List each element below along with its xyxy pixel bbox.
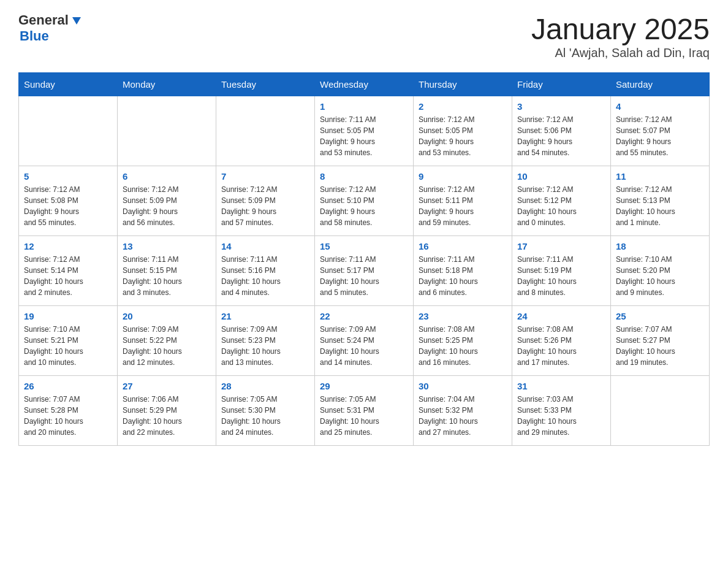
day-number: 13 (123, 241, 211, 251)
calendar-header-friday: Friday (512, 73, 611, 96)
calendar-header-saturday: Saturday (611, 73, 710, 96)
calendar-cell: 18Sunrise: 7:10 AM Sunset: 5:20 PM Dayli… (611, 236, 710, 306)
day-info: Sunrise: 7:11 AM Sunset: 5:17 PM Dayligh… (320, 254, 408, 298)
calendar-cell (216, 96, 315, 166)
calendar-cell: 24Sunrise: 7:08 AM Sunset: 5:26 PM Dayli… (512, 306, 611, 376)
calendar-cell: 10Sunrise: 7:12 AM Sunset: 5:12 PM Dayli… (512, 166, 611, 236)
logo-blue-text: Blue (20, 28, 49, 44)
day-info: Sunrise: 7:08 AM Sunset: 5:26 PM Dayligh… (517, 324, 605, 368)
day-number: 22 (320, 311, 408, 321)
day-info: Sunrise: 7:03 AM Sunset: 5:33 PM Dayligh… (517, 394, 605, 438)
day-info: Sunrise: 7:12 AM Sunset: 5:11 PM Dayligh… (419, 184, 507, 228)
calendar-cell: 11Sunrise: 7:12 AM Sunset: 5:13 PM Dayli… (611, 166, 710, 236)
calendar-cell (19, 96, 118, 166)
day-info: Sunrise: 7:11 AM Sunset: 5:16 PM Dayligh… (221, 254, 309, 298)
calendar-cell: 25Sunrise: 7:07 AM Sunset: 5:27 PM Dayli… (611, 306, 710, 376)
day-number: 19 (24, 311, 112, 321)
day-number: 27 (123, 381, 211, 391)
day-info: Sunrise: 7:12 AM Sunset: 5:07 PM Dayligh… (616, 114, 704, 158)
calendar-cell (611, 376, 710, 446)
day-number: 18 (616, 241, 704, 251)
day-info: Sunrise: 7:12 AM Sunset: 5:14 PM Dayligh… (24, 254, 112, 298)
day-number: 23 (419, 311, 507, 321)
day-info: Sunrise: 7:04 AM Sunset: 5:32 PM Dayligh… (419, 394, 507, 438)
calendar-cell: 4Sunrise: 7:12 AM Sunset: 5:07 PM Daylig… (611, 96, 710, 166)
day-info: Sunrise: 7:11 AM Sunset: 5:19 PM Dayligh… (517, 254, 605, 298)
day-info: Sunrise: 7:12 AM Sunset: 5:09 PM Dayligh… (123, 184, 211, 228)
day-number: 31 (517, 381, 605, 391)
calendar-cell: 17Sunrise: 7:11 AM Sunset: 5:19 PM Dayli… (512, 236, 611, 306)
calendar-header-wednesday: Wednesday (315, 73, 414, 96)
calendar-week-4: 19Sunrise: 7:10 AM Sunset: 5:21 PM Dayli… (19, 306, 710, 376)
calendar-cell: 8Sunrise: 7:12 AM Sunset: 5:10 PM Daylig… (315, 166, 414, 236)
day-number: 21 (221, 311, 309, 321)
calendar-header-thursday: Thursday (414, 73, 512, 96)
day-info: Sunrise: 7:09 AM Sunset: 5:23 PM Dayligh… (221, 324, 309, 368)
day-info: Sunrise: 7:11 AM Sunset: 5:18 PM Dayligh… (419, 254, 507, 298)
day-number: 24 (517, 311, 605, 321)
day-number: 4 (616, 101, 704, 112)
calendar-table: SundayMondayTuesdayWednesdayThursdayFrid… (18, 72, 710, 446)
calendar-cell (118, 96, 216, 166)
day-info: Sunrise: 7:12 AM Sunset: 5:13 PM Dayligh… (616, 184, 704, 228)
calendar-header-sunday: Sunday (19, 73, 118, 96)
day-info: Sunrise: 7:09 AM Sunset: 5:24 PM Dayligh… (320, 324, 408, 368)
calendar-week-3: 12Sunrise: 7:12 AM Sunset: 5:14 PM Dayli… (19, 236, 710, 306)
logo-general-text: General (18, 12, 69, 28)
day-number: 30 (419, 381, 507, 391)
day-number: 5 (24, 171, 112, 182)
day-info: Sunrise: 7:09 AM Sunset: 5:22 PM Dayligh… (123, 324, 211, 368)
calendar-cell: 16Sunrise: 7:11 AM Sunset: 5:18 PM Dayli… (414, 236, 512, 306)
day-info: Sunrise: 7:11 AM Sunset: 5:15 PM Dayligh… (123, 254, 211, 298)
calendar-cell: 9Sunrise: 7:12 AM Sunset: 5:11 PM Daylig… (414, 166, 512, 236)
day-number: 9 (419, 171, 507, 182)
calendar-cell: 6Sunrise: 7:12 AM Sunset: 5:09 PM Daylig… (118, 166, 216, 236)
day-info: Sunrise: 7:12 AM Sunset: 5:10 PM Dayligh… (320, 184, 408, 228)
calendar-week-2: 5Sunrise: 7:12 AM Sunset: 5:08 PM Daylig… (19, 166, 710, 236)
day-number: 20 (123, 311, 211, 321)
calendar-cell: 26Sunrise: 7:07 AM Sunset: 5:28 PM Dayli… (19, 376, 118, 446)
day-number: 7 (221, 171, 309, 182)
calendar-cell: 20Sunrise: 7:09 AM Sunset: 5:22 PM Dayli… (118, 306, 216, 376)
logo-arrow-icon (71, 15, 82, 26)
day-number: 17 (517, 241, 605, 251)
day-info: Sunrise: 7:10 AM Sunset: 5:21 PM Dayligh… (24, 324, 112, 368)
calendar-cell: 29Sunrise: 7:05 AM Sunset: 5:31 PM Dayli… (315, 376, 414, 446)
day-info: Sunrise: 7:12 AM Sunset: 5:08 PM Dayligh… (24, 184, 112, 228)
day-number: 26 (24, 381, 112, 391)
page-subtitle: Al 'Awjah, Salah ad Din, Iraq (531, 46, 710, 60)
logo: General Blue (18, 12, 82, 44)
calendar-cell: 1Sunrise: 7:11 AM Sunset: 5:05 PM Daylig… (315, 96, 414, 166)
calendar-week-5: 26Sunrise: 7:07 AM Sunset: 5:28 PM Dayli… (19, 376, 710, 446)
calendar-cell: 28Sunrise: 7:05 AM Sunset: 5:30 PM Dayli… (216, 376, 315, 446)
calendar-cell: 21Sunrise: 7:09 AM Sunset: 5:23 PM Dayli… (216, 306, 315, 376)
day-number: 2 (419, 101, 507, 112)
day-info: Sunrise: 7:05 AM Sunset: 5:31 PM Dayligh… (320, 394, 408, 438)
calendar-cell: 23Sunrise: 7:08 AM Sunset: 5:25 PM Dayli… (414, 306, 512, 376)
calendar-week-1: 1Sunrise: 7:11 AM Sunset: 5:05 PM Daylig… (19, 96, 710, 166)
day-number: 29 (320, 381, 408, 391)
calendar-cell: 15Sunrise: 7:11 AM Sunset: 5:17 PM Dayli… (315, 236, 414, 306)
day-number: 15 (320, 241, 408, 251)
day-number: 25 (616, 311, 704, 321)
calendar-cell: 7Sunrise: 7:12 AM Sunset: 5:09 PM Daylig… (216, 166, 315, 236)
day-number: 10 (517, 171, 605, 182)
day-info: Sunrise: 7:08 AM Sunset: 5:25 PM Dayligh… (419, 324, 507, 368)
day-number: 16 (419, 241, 507, 251)
calendar-cell: 2Sunrise: 7:12 AM Sunset: 5:05 PM Daylig… (414, 96, 512, 166)
day-number: 8 (320, 171, 408, 182)
day-info: Sunrise: 7:11 AM Sunset: 5:05 PM Dayligh… (320, 114, 408, 158)
day-number: 12 (24, 241, 112, 251)
calendar-cell: 14Sunrise: 7:11 AM Sunset: 5:16 PM Dayli… (216, 236, 315, 306)
day-number: 28 (221, 381, 309, 391)
calendar-cell: 31Sunrise: 7:03 AM Sunset: 5:33 PM Dayli… (512, 376, 611, 446)
page-header: General Blue January 2025 Al 'Awjah, Sal… (18, 12, 710, 60)
day-number: 3 (517, 101, 605, 112)
calendar-cell: 30Sunrise: 7:04 AM Sunset: 5:32 PM Dayli… (414, 376, 512, 446)
calendar-cell: 27Sunrise: 7:06 AM Sunset: 5:29 PM Dayli… (118, 376, 216, 446)
day-info: Sunrise: 7:12 AM Sunset: 5:09 PM Dayligh… (221, 184, 309, 228)
svg-marker-0 (72, 17, 81, 25)
day-info: Sunrise: 7:12 AM Sunset: 5:06 PM Dayligh… (517, 114, 605, 158)
calendar-cell: 22Sunrise: 7:09 AM Sunset: 5:24 PM Dayli… (315, 306, 414, 376)
calendar-cell: 3Sunrise: 7:12 AM Sunset: 5:06 PM Daylig… (512, 96, 611, 166)
